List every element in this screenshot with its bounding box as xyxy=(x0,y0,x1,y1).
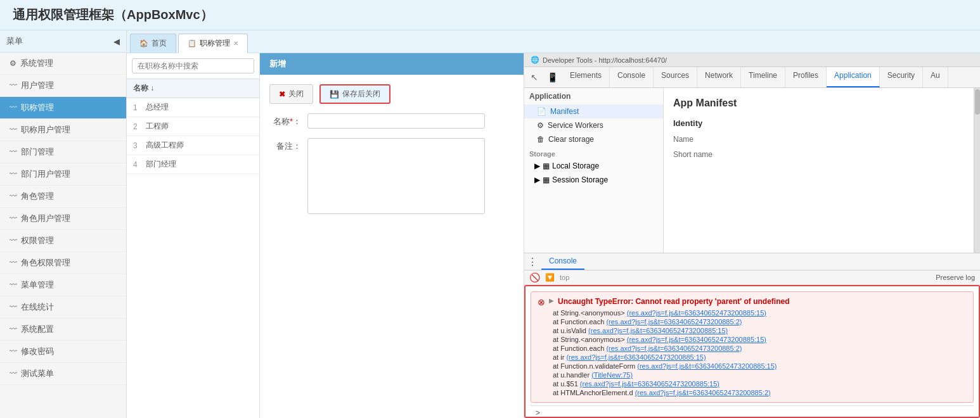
tab-elements[interactable]: Elements xyxy=(562,67,610,87)
content-area: 🏠 首页 📋 职称管理 ✕ xyxy=(127,30,980,418)
sidebar-item-label: 权限管理 xyxy=(21,235,54,246)
stack-link-3[interactable]: (res.axd?js=f.js&t=636340652473200885:15… xyxy=(588,327,728,334)
tab-profiles[interactable]: Profiles xyxy=(785,67,827,87)
form-actions: ✖ 关闭 💾 保存后关闭 xyxy=(269,84,514,104)
sidebar-item-role[interactable]: 〰 角色管理 xyxy=(0,186,126,208)
tab-home[interactable]: 🏠 首页 xyxy=(130,34,176,53)
sidebar-item-label: 角色权限管理 xyxy=(21,257,70,269)
devtools-panel: 🌐 Developer Tools - http://localhost:644… xyxy=(524,53,980,418)
sidebar-toggle[interactable]: ◀ xyxy=(113,37,120,46)
stack-link-9[interactable]: (res.axd?js=f.js&t=636340652473200885:15… xyxy=(580,380,719,388)
sidebar-item-label: 用户管理 xyxy=(21,80,54,91)
name-field: 名称*： xyxy=(269,113,514,129)
tab-console[interactable]: Console xyxy=(610,67,654,87)
stack-line-4: at String.<anonymous> (res.axd?js=f.js&t… xyxy=(538,335,967,344)
sidebar-item-config[interactable]: 〰 系统配置 xyxy=(0,319,126,341)
manifest-shortname-field: Short name xyxy=(673,148,964,161)
table-row[interactable]: 2 工程师 xyxy=(127,117,259,136)
filter-icon[interactable]: 🔽 xyxy=(545,273,555,282)
sidebar-item-test[interactable]: 〰 测试菜单 xyxy=(0,363,126,385)
identity-title: Identity xyxy=(673,118,964,128)
sidebar-item-user[interactable]: 〰 用户管理 xyxy=(0,75,126,97)
tab-network[interactable]: Network xyxy=(697,67,741,87)
menu-icon: 〰 xyxy=(10,281,17,289)
devtools-favicon: 🌐 xyxy=(531,56,539,64)
devtools-item-manifest[interactable]: 📄 Manifest xyxy=(524,104,663,118)
console-menu-icon[interactable]: ⋮ xyxy=(527,256,538,268)
service-workers-label: Service Workers xyxy=(548,121,603,130)
tab-sources[interactable]: Sources xyxy=(654,67,697,87)
name-label: 名称*： xyxy=(269,113,307,127)
sidebar-item-menu[interactable]: 〰 菜单管理 xyxy=(0,274,126,296)
error-filter-icon[interactable]: 🚫 xyxy=(529,272,540,282)
tab-title-mgmt[interactable]: 📋 职称管理 ✕ xyxy=(178,34,248,53)
console-tabs: ⋮ Console xyxy=(524,253,980,270)
form-title: 新增 xyxy=(260,53,524,75)
note-input[interactable] xyxy=(307,138,485,214)
expand-error-icon[interactable]: ▶ xyxy=(549,297,554,304)
dept-user-icon: 〰 xyxy=(10,170,17,179)
sidebar-item-system[interactable]: ⚙ 系统管理 xyxy=(0,53,126,75)
error-circle-icon: ⊗ xyxy=(538,297,545,307)
perm-icon: 〰 xyxy=(10,236,17,245)
table-row[interactable]: 3 高级工程师 xyxy=(127,136,259,155)
sidebar-item-title-user[interactable]: 〰 职称用户管理 xyxy=(0,119,126,141)
sidebar-item-title[interactable]: 〰 职称管理 xyxy=(0,97,126,119)
sidebar-item-stats[interactable]: 〰 在线统计 xyxy=(0,296,126,319)
tab-timeline[interactable]: Timeline xyxy=(741,67,785,87)
expand-arrow-session: ▶ xyxy=(534,175,540,184)
scroll-thumb xyxy=(975,89,980,115)
device-icon[interactable]: 📱 xyxy=(545,70,560,85)
search-bar xyxy=(127,53,259,79)
console-filter-text: top xyxy=(560,274,743,281)
stack-link-2[interactable]: (res.axd?js=f.js&t=636340652473200885:2) xyxy=(606,318,742,326)
save-close-button[interactable]: 💾 保存后关闭 xyxy=(319,84,390,104)
title-user-icon: 〰 xyxy=(10,125,17,134)
search-input[interactable] xyxy=(132,58,254,73)
clear-storage-icon: 🗑 xyxy=(537,135,545,144)
close-button[interactable]: ✖ 关闭 xyxy=(269,84,313,104)
stack-link-1[interactable]: (res.axd?js=f.js&t=636340652473200885:15… xyxy=(627,309,766,317)
cursor-icon[interactable]: ↖ xyxy=(527,70,542,85)
devtools-scrollbar[interactable] xyxy=(974,88,980,253)
sidebar-item-label: 角色用户管理 xyxy=(21,213,70,224)
devtools-item-clear-storage[interactable]: 🗑 Clear storage xyxy=(524,132,663,146)
name-input[interactable] xyxy=(307,113,485,129)
password-icon: 〰 xyxy=(10,347,17,356)
sidebar-item-role-user[interactable]: 〰 角色用户管理 xyxy=(0,208,126,230)
title-icon: 〰 xyxy=(10,103,17,112)
sidebar-item-role-perm[interactable]: 〰 角色权限管理 xyxy=(0,252,126,274)
devtools-item-service-workers[interactable]: ⚙ Service Workers xyxy=(524,118,663,132)
save-icon: 💾 xyxy=(330,90,339,99)
role-user-icon: 〰 xyxy=(10,214,17,223)
tab-application[interactable]: Application xyxy=(827,67,880,87)
console-tab[interactable]: Console xyxy=(541,253,584,270)
sidebar-item-password[interactable]: 〰 修改密码 xyxy=(0,341,126,363)
sidebar-item-dept-user[interactable]: 〰 部门用户管理 xyxy=(0,163,126,186)
tab-security[interactable]: Security xyxy=(880,67,923,87)
close-x-icon: ✖ xyxy=(279,90,285,99)
stack-link-10[interactable]: (res.axd?js=f.js&t=636340652473200885:2) xyxy=(635,389,771,396)
table-row[interactable]: 1 总经理 xyxy=(127,98,259,117)
error-main-line: ⊗ ▶ Uncaught TypeError: Cannot read prop… xyxy=(538,297,967,307)
stack-line-6: at ir (res.axd?js=f.js&t=636340652473200… xyxy=(538,353,967,362)
sidebar-item-permission[interactable]: 〰 权限管理 xyxy=(0,230,126,252)
tab-title-label: 职称管理 xyxy=(200,38,230,49)
tab-close-icon[interactable]: ✕ xyxy=(233,40,238,47)
console-content: ⊗ ▶ Uncaught TypeError: Cannot read prop… xyxy=(524,285,980,418)
sidebar-item-dept[interactable]: 〰 部门管理 xyxy=(0,141,126,163)
devtools-item-local-storage[interactable]: ▶ ▦ Local Storage xyxy=(524,159,663,173)
stack-link-7[interactable]: (res.axd?js=f.js&t=636340652473200885:15… xyxy=(637,362,777,370)
dept-icon: 〰 xyxy=(10,148,17,156)
stack-link-8[interactable]: (TitleNew:75) xyxy=(591,371,633,379)
devtools-item-session-storage[interactable]: ▶ ▦ Session Storage xyxy=(524,173,663,187)
list-col-name: 名称 ↓ xyxy=(133,83,154,94)
stack-link-6[interactable]: (res.axd?js=f.js&t=636340652473200885:15… xyxy=(566,353,706,361)
stack-link-5[interactable]: (res.axd?js=f.js&t=636340652473200885:2) xyxy=(606,345,742,352)
table-row[interactable]: 4 部门经理 xyxy=(127,155,259,174)
devtools-tab-icons: ↖ 📱 xyxy=(524,67,562,87)
stack-link-4[interactable]: (res.axd?js=f.js&t=636340652473200885:15… xyxy=(627,336,766,343)
expand-arrow-local: ▶ xyxy=(534,162,540,170)
stack-line-7: at Function.n.validateForm (res.axd?js=f… xyxy=(538,362,967,370)
tab-au[interactable]: Au xyxy=(923,67,948,87)
